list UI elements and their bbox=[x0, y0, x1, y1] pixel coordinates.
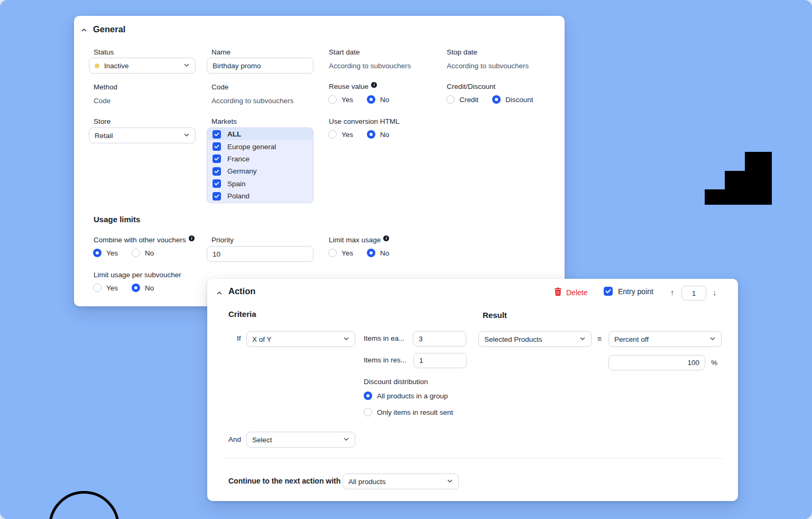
checkbox-checked-icon[interactable] bbox=[604, 287, 613, 296]
items-in-each-input[interactable] bbox=[413, 331, 466, 347]
market-item-all[interactable]: ALL bbox=[207, 128, 313, 140]
delete-button[interactable]: Delete bbox=[554, 287, 587, 297]
info-icon[interactable]: i bbox=[189, 235, 195, 241]
limit-usage-per-subvoucher-radio-group: Yes No bbox=[93, 284, 154, 292]
start-date-label: Start date bbox=[329, 48, 360, 56]
result-target-value: Selected Products bbox=[484, 335, 542, 343]
result-amount-input[interactable] bbox=[608, 355, 705, 370]
priority-input[interactable] bbox=[207, 246, 313, 262]
limit-subvoucher-no-option[interactable]: No bbox=[132, 284, 154, 292]
priority-label: Priority bbox=[211, 236, 234, 244]
radio-icon[interactable] bbox=[364, 408, 372, 416]
use-conversion-yes-option[interactable]: Yes bbox=[328, 130, 353, 139]
checkbox-checked-icon[interactable] bbox=[213, 130, 221, 139]
radio-icon[interactable] bbox=[492, 95, 501, 104]
code-value: According to subvouchers bbox=[211, 97, 293, 105]
action-title: Action bbox=[228, 286, 255, 296]
continue-select[interactable]: All products bbox=[343, 474, 459, 489]
collapse-general-icon[interactable] bbox=[80, 26, 88, 35]
info-icon[interactable]: i bbox=[371, 82, 377, 88]
use-conversion-html-radio-group: Yes No bbox=[328, 130, 389, 139]
use-conversion-no-option[interactable]: No bbox=[367, 130, 389, 139]
criteria-rule-value: X of Y bbox=[252, 335, 272, 343]
discount-option[interactable]: Discount bbox=[492, 95, 533, 104]
status-label: Status bbox=[94, 48, 114, 56]
checkbox-checked-icon[interactable] bbox=[213, 179, 221, 188]
action-order-input[interactable] bbox=[681, 286, 706, 301]
radio-icon[interactable] bbox=[364, 391, 372, 400]
checkbox-checked-icon[interactable] bbox=[213, 142, 221, 151]
radio-icon[interactable] bbox=[93, 284, 102, 292]
reuse-value-label: Reuse valuei bbox=[329, 83, 377, 90]
radio-icon[interactable] bbox=[93, 249, 102, 257]
name-input[interactable] bbox=[207, 58, 313, 74]
limit-subvoucher-yes-option[interactable]: Yes bbox=[93, 284, 118, 292]
credit-discount-radio-group: Credit Discount bbox=[446, 95, 533, 104]
info-icon[interactable]: i bbox=[383, 235, 389, 241]
dd-all-products-option[interactable]: All products in a group bbox=[364, 391, 448, 400]
limit-usage-per-subvoucher-label: Limit usage per subvoucher bbox=[94, 271, 181, 279]
checkbox-checked-icon[interactable] bbox=[213, 154, 221, 163]
status-value: Inactive bbox=[104, 62, 129, 70]
reuse-value-yes-option[interactable]: Yes bbox=[328, 95, 353, 104]
credit-option[interactable]: Credit bbox=[446, 95, 478, 104]
continue-value: All products bbox=[348, 478, 386, 486]
combine-yes-option[interactable]: Yes bbox=[93, 249, 118, 257]
entry-point-label: Entry point bbox=[618, 287, 653, 296]
continue-label: Continue to the next action with bbox=[228, 477, 340, 485]
radio-icon[interactable] bbox=[367, 95, 375, 104]
result-target-select[interactable]: Selected Products bbox=[478, 331, 592, 347]
criteria-rule-select[interactable]: X of Y bbox=[246, 331, 355, 347]
items-in-result-label: Items in res... bbox=[364, 356, 407, 364]
market-item[interactable]: Europe general bbox=[207, 140, 313, 152]
reuse-value-no-option[interactable]: No bbox=[367, 95, 389, 104]
limit-max-no-option[interactable]: No bbox=[367, 249, 389, 257]
chevron-down-icon bbox=[447, 478, 453, 486]
entry-point-toggle[interactable]: Entry point bbox=[604, 287, 653, 296]
checkbox-checked-icon[interactable] bbox=[213, 192, 221, 201]
equals-sign: = bbox=[597, 335, 602, 343]
result-title: Result bbox=[483, 311, 507, 320]
dd-only-items-option[interactable]: Only items in result sent bbox=[364, 408, 453, 416]
combine-vouchers-radio-group: Yes No bbox=[93, 249, 154, 257]
checkbox-checked-icon[interactable] bbox=[213, 167, 221, 176]
trash-icon bbox=[554, 287, 562, 297]
limit-max-usage-label: Limit max usagei bbox=[329, 236, 389, 244]
limit-max-usage-radio-group: Yes No bbox=[328, 249, 389, 257]
market-item[interactable]: Spain bbox=[207, 178, 313, 190]
general-card: General Status Inactive Name Start date … bbox=[74, 16, 565, 306]
radio-icon[interactable] bbox=[328, 130, 337, 139]
collapse-action-icon[interactable] bbox=[216, 289, 223, 298]
and-select[interactable]: Select bbox=[246, 432, 355, 448]
radio-icon[interactable] bbox=[328, 249, 337, 257]
result-reward-select[interactable]: Percent off bbox=[608, 331, 722, 347]
stop-date-value: According to subvouchers bbox=[447, 62, 529, 70]
radio-icon[interactable] bbox=[446, 95, 455, 104]
method-label: Method bbox=[94, 83, 117, 91]
start-date-value: According to subvouchers bbox=[329, 62, 411, 70]
radio-icon[interactable] bbox=[132, 249, 140, 257]
market-item[interactable]: Germany bbox=[207, 165, 313, 177]
move-down-button[interactable]: ↓ bbox=[713, 288, 717, 296]
chevron-down-icon bbox=[709, 335, 716, 343]
combine-no-option[interactable]: No bbox=[132, 249, 154, 257]
move-up-button[interactable]: ↑ bbox=[670, 288, 675, 296]
radio-icon[interactable] bbox=[132, 284, 140, 292]
percent-unit-label: % bbox=[711, 359, 717, 367]
markets-label: Markets bbox=[211, 117, 237, 125]
radio-icon[interactable] bbox=[367, 130, 375, 139]
store-select[interactable]: Retail bbox=[89, 128, 196, 143]
chevron-down-icon bbox=[343, 335, 349, 343]
radio-icon[interactable] bbox=[367, 249, 375, 257]
store-value: Retail bbox=[95, 132, 113, 140]
status-select[interactable]: Inactive bbox=[89, 58, 196, 74]
market-item[interactable]: France bbox=[207, 153, 313, 165]
radio-icon[interactable] bbox=[328, 95, 337, 104]
name-label: Name bbox=[211, 48, 230, 56]
items-in-result-input[interactable] bbox=[413, 353, 467, 368]
circle-decoration bbox=[49, 491, 119, 519]
limit-max-yes-option[interactable]: Yes bbox=[328, 249, 353, 257]
discount-distribution-label: Discount distribution bbox=[364, 378, 428, 386]
if-label: If bbox=[237, 334, 241, 342]
market-item[interactable]: Poland bbox=[207, 190, 313, 202]
